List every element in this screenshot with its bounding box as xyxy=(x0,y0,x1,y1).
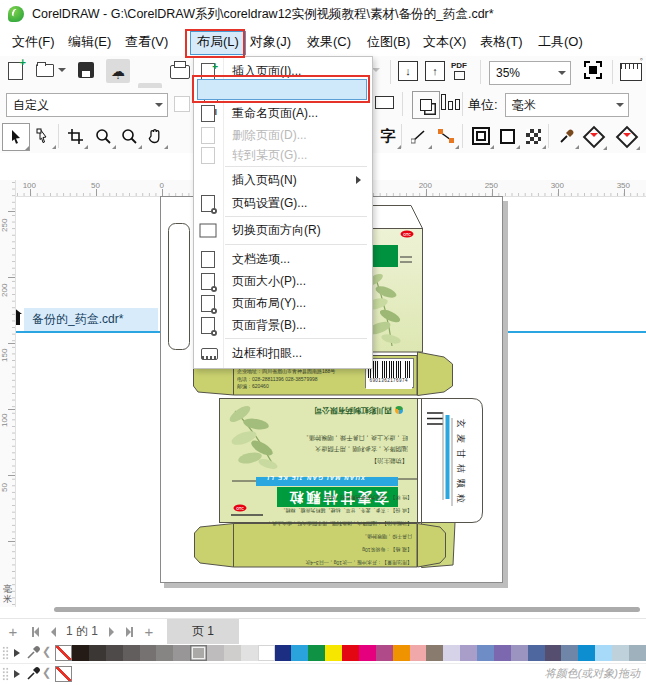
menu-item-page-number-settings[interactable]: 页码设置(G)... xyxy=(194,193,372,213)
color-swatch[interactable] xyxy=(595,645,612,661)
zoom-level-combo[interactable]: 35% xyxy=(489,61,571,85)
palette-grip-handle[interactable] xyxy=(2,646,9,660)
menu-edit[interactable]: 编辑(E) xyxy=(62,31,117,53)
shape-tool[interactable] xyxy=(30,123,56,149)
page-tab[interactable]: 页 1 xyxy=(167,619,239,644)
color-swatch[interactable] xyxy=(123,645,140,661)
color-swatch[interactable] xyxy=(545,645,562,661)
contour-tool[interactable] xyxy=(468,123,494,149)
first-page-button[interactable] xyxy=(26,619,44,644)
color-swatch[interactable] xyxy=(342,645,359,661)
menu-tools[interactable]: 工具(O) xyxy=(532,31,589,53)
previous-page-button[interactable] xyxy=(46,619,60,644)
menu-bitmap[interactable]: 位图(B) xyxy=(361,31,416,53)
menu-item-page-background[interactable]: 页面背景(B)... xyxy=(194,315,372,335)
last-page-button[interactable] xyxy=(120,619,138,644)
zoom-tool-alt[interactable] xyxy=(116,123,142,149)
doc-palette-eyedropper-icon[interactable] xyxy=(27,667,40,680)
color-swatch[interactable] xyxy=(308,645,325,661)
fill-tool[interactable] xyxy=(614,124,640,150)
color-swatch[interactable] xyxy=(528,645,545,661)
menu-layout[interactable]: 布局(L) xyxy=(190,31,246,55)
vertical-ruler[interactable]: 25020015010050 xyxy=(0,180,16,607)
page-preset-combo[interactable]: 自定义 xyxy=(6,93,168,117)
menu-view[interactable]: 查看(V) xyxy=(119,31,174,53)
doc-palette-flyout-icon[interactable] xyxy=(14,670,24,678)
page-bars-icon[interactable] xyxy=(441,94,460,110)
color-swatch[interactable] xyxy=(629,645,646,661)
menu-item-page-size[interactable]: 页面大小(P)... xyxy=(194,271,372,291)
color-swatch[interactable] xyxy=(325,645,342,661)
export-button[interactable]: ↑ xyxy=(425,61,445,81)
color-swatch[interactable] xyxy=(258,645,275,661)
drop-shadow-tool[interactable] xyxy=(494,123,520,149)
print-button[interactable] xyxy=(170,60,190,79)
transparency-tool[interactable] xyxy=(520,123,546,149)
color-swatch[interactable] xyxy=(72,645,89,661)
eyedropper-tool[interactable] xyxy=(553,123,579,149)
menu-object[interactable]: 对象(J) xyxy=(244,31,297,53)
color-swatch[interactable] xyxy=(376,645,393,661)
color-swatch[interactable] xyxy=(578,645,595,661)
open-dropdown-caret[interactable] xyxy=(58,64,66,76)
next-page-button[interactable] xyxy=(104,619,118,644)
menu-table[interactable]: 表格(T) xyxy=(474,31,529,53)
color-swatch[interactable] xyxy=(561,645,578,661)
document-tab-active[interactable]: 备份的_药盒.cdr* xyxy=(24,308,158,331)
text-tool[interactable]: 字 xyxy=(375,123,401,149)
color-swatch[interactable] xyxy=(612,645,629,661)
show-rulers-button[interactable] xyxy=(620,63,642,81)
bezier-tool[interactable] xyxy=(433,123,459,149)
pan-tool[interactable] xyxy=(142,123,168,149)
color-swatch[interactable] xyxy=(443,645,460,661)
crop-tool[interactable] xyxy=(62,123,88,149)
color-swatch[interactable] xyxy=(477,645,494,661)
new-document-button[interactable] xyxy=(8,62,23,80)
color-swatch[interactable] xyxy=(241,645,258,661)
fullscreen-preview-button[interactable] xyxy=(584,61,602,79)
color-swatch[interactable] xyxy=(190,645,207,661)
menu-item-document-options[interactable]: 文档选项... xyxy=(194,249,372,269)
color-swatch[interactable] xyxy=(89,645,106,661)
open-document-button[interactable] xyxy=(36,60,54,77)
color-swatch[interactable] xyxy=(291,645,308,661)
color-swatch[interactable] xyxy=(275,645,292,661)
menu-item-insert-page-number[interactable]: 插入页码(N) xyxy=(194,170,372,190)
menu-effects[interactable]: 效果(C) xyxy=(301,31,357,53)
color-swatch[interactable] xyxy=(511,645,528,661)
color-swatch[interactable] xyxy=(410,645,427,661)
menu-item-page-layout[interactable]: 页面布局(Y)... xyxy=(194,293,372,313)
publish-pdf-button[interactable]: PDF xyxy=(451,62,467,80)
color-swatch[interactable] xyxy=(156,645,173,661)
menu-item-border-grommet[interactable]: 边框和扣眼... xyxy=(194,343,372,363)
pick-tool[interactable] xyxy=(2,123,30,151)
horizontal-scrollbar[interactable] xyxy=(54,607,640,612)
smart-fill-tool[interactable] xyxy=(581,124,607,150)
doc-palette-grip-handle[interactable] xyxy=(2,667,9,681)
color-swatch[interactable] xyxy=(173,645,190,661)
menu-item-rename-page[interactable]: 重命名页面(A)... xyxy=(194,103,372,123)
color-swatch[interactable] xyxy=(426,645,443,661)
save-button[interactable] xyxy=(78,62,94,78)
menu-text[interactable]: 文本(X) xyxy=(417,31,472,53)
color-swatch[interactable] xyxy=(55,645,72,661)
page-dimensions-toggle[interactable] xyxy=(412,91,440,119)
import-button[interactable]: ↓ xyxy=(398,61,418,81)
color-swatch[interactable] xyxy=(460,645,477,661)
add-page-button-right[interactable]: + xyxy=(140,619,158,644)
rectangle-proxy-icon[interactable] xyxy=(375,96,394,109)
hidden-flyout-caret[interactable] xyxy=(372,64,380,76)
doc-palette-scroll-left-icon[interactable]: ❮ xyxy=(42,666,51,679)
palette-scroll-left-icon[interactable]: ❮ xyxy=(42,645,51,658)
menu-item-insert-page[interactable]: 插入页面(I)... xyxy=(194,61,372,81)
color-swatch[interactable] xyxy=(224,645,241,661)
color-swatch[interactable] xyxy=(359,645,376,661)
cloud-download-button[interactable]: ☁↓ xyxy=(106,59,130,83)
color-swatch[interactable] xyxy=(207,645,224,661)
units-combo[interactable]: 毫米 xyxy=(505,93,629,117)
line-tool[interactable] xyxy=(406,123,432,149)
zoom-tool[interactable] xyxy=(90,123,116,149)
add-page-button-left[interactable]: + xyxy=(4,619,22,644)
color-swatch[interactable] xyxy=(393,645,410,661)
menu-file[interactable]: 文件(F) xyxy=(6,31,61,53)
